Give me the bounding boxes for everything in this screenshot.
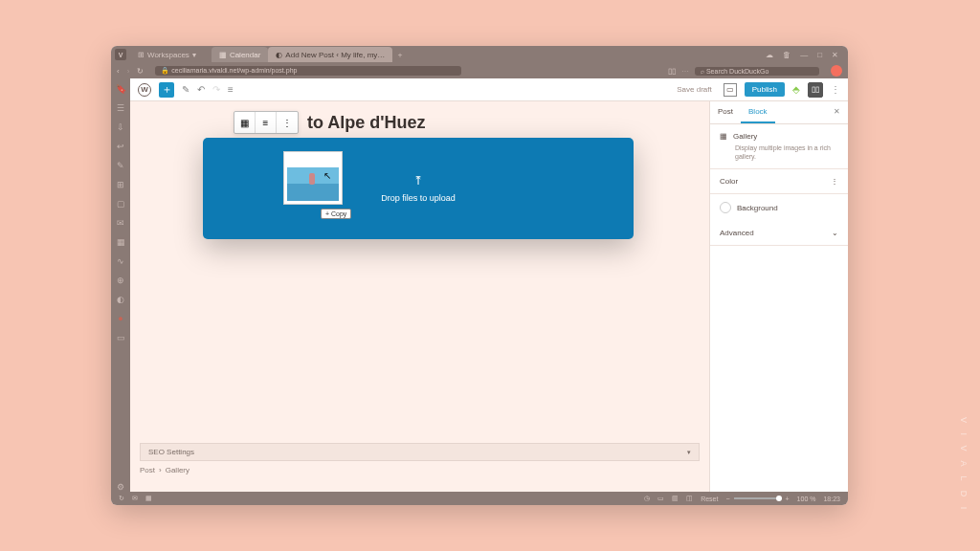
window-icon[interactable]: ▢ — [117, 199, 125, 209]
notes-icon[interactable]: ✎ — [117, 161, 124, 170]
reader-icon[interactable]: ▯▯ — [668, 67, 676, 76]
maximize-button[interactable]: □ — [817, 51, 822, 59]
reading-list-icon[interactable]: ☰ — [117, 103, 124, 113]
zoom-percent: 100 % — [797, 496, 816, 502]
titlebar: V ⊞ Workspaces ▾ ▦ Calendar ◐ Add New Po… — [111, 46, 848, 63]
tab-strip: ▦ Calendar ◐ Add New Post ‹ My life, my…… — [212, 47, 409, 62]
clock-time: 18:23 — [823, 496, 840, 502]
color-background-row[interactable]: Background — [710, 194, 848, 221]
calendar-status-icon[interactable]: ▦ — [145, 495, 152, 502]
publish-button[interactable]: Publish — [745, 82, 785, 97]
save-draft-button[interactable]: Save draft — [677, 85, 711, 94]
browser-window: V ⊞ Workspaces ▾ ▦ Calendar ◐ Add New Po… — [111, 46, 848, 505]
trash-icon[interactable]: 🗑 — [783, 51, 791, 59]
advanced-panel-header[interactable]: Advanced ⌄ — [710, 221, 848, 246]
address-bar: ‹ › ↻ 🔒 ceciliamaria.vivaldi.net/wp-admi… — [111, 63, 848, 78]
mail-status-icon[interactable]: ✉ — [132, 495, 138, 502]
sync-icon[interactable]: ↻ — [119, 495, 124, 502]
options-button[interactable]: ⋮ — [831, 84, 840, 95]
bookmarks-icon[interactable]: 🔖 — [116, 84, 126, 94]
seo-settings-bar[interactable]: SEO Settings ▾ — [140, 443, 700, 461]
tab-block[interactable]: Block — [741, 101, 775, 123]
color-swatch — [720, 202, 731, 213]
block-type-icon[interactable]: ▦ — [234, 112, 256, 133]
history-icon[interactable]: ↩ — [117, 142, 124, 151]
undo-button[interactable]: ↶ — [197, 84, 205, 95]
editor-canvas[interactable]: ▦ ≡ ⋮ to Alpe d'Huez ⤒ Drop files to upl… — [130, 101, 709, 492]
search-field[interactable]: ⌕ Search DuckDuckGo — [695, 67, 819, 76]
vivaldi-watermark: V I V A L D I — [959, 417, 969, 513]
workspace-icon: ⊞ — [138, 51, 145, 59]
copy-badge: + Copy — [321, 209, 351, 219]
block-breadcrumb[interactable]: Post › Gallery — [140, 466, 189, 474]
wordpress-icon: ◐ — [276, 51, 282, 59]
workspaces-label: Workspaces — [147, 51, 189, 59]
forward-button[interactable]: › — [127, 67, 130, 76]
drop-label: Drop files to upload — [381, 193, 456, 203]
mail-icon[interactable]: ✉ — [117, 218, 124, 228]
block-options-button[interactable]: ⋮ — [277, 112, 298, 133]
chat-icon[interactable]: ● — [118, 314, 122, 323]
translate-icon[interactable]: ⊞ — [117, 180, 124, 189]
profile-avatar[interactable] — [831, 65, 842, 77]
vivaldi-logo-icon[interactable]: V — [115, 49, 126, 60]
block-description: Display multiple images in a rich galler… — [735, 143, 838, 161]
workspaces-button[interactable]: ⊞ Workspaces ▾ — [132, 49, 202, 61]
calendar-icon: ▦ — [219, 51, 227, 59]
tasks-icon[interactable]: ⊕ — [117, 276, 124, 285]
block-name-label: Gallery — [733, 132, 757, 141]
align-button[interactable]: ≡ — [256, 112, 277, 133]
reset-zoom-button[interactable]: Reset — [701, 496, 718, 502]
feeds-icon[interactable]: ∿ — [117, 256, 124, 266]
zoom-control[interactable]: − + — [725, 496, 789, 502]
url-field[interactable]: 🔒 ceciliamaria.vivaldi.net/wp-admin/post… — [155, 66, 461, 76]
minimize-button[interactable]: — — [800, 51, 808, 59]
close-sidebar-button[interactable]: ✕ — [826, 101, 848, 123]
gallery-dropzone[interactable]: ⤒ Drop files to upload — [203, 138, 634, 239]
screenshot-icon[interactable]: ▭ — [657, 495, 664, 502]
cloud-icon[interactable]: ☁ — [766, 51, 773, 59]
panel-bar: 🔖 ☰ ⇩ ↩ ✎ ⊞ ▢ ✉ ▦ ∿ ⊕ ◐ ● ▭ ⚙ — [111, 78, 130, 492]
calendar-panel-icon[interactable]: ▦ — [117, 237, 125, 247]
tab-wordpress[interactable]: ◐ Add New Post ‹ My life, my… — [268, 47, 392, 62]
wp-toolbar: W ＋ ✎ ↶ ↷ ≡ Save draft ▭ Publish ⬘ ▯▯ ⋮ — [130, 78, 848, 101]
window-controls: ☁ 🗑 — □ ✕ — [766, 51, 844, 59]
gallery-icon: ▦ — [720, 132, 727, 141]
toggle-images-icon[interactable]: ◫ — [686, 495, 693, 502]
downloads-icon[interactable]: ⇩ — [117, 122, 124, 132]
tab-post[interactable]: Post — [710, 101, 741, 123]
reload-button[interactable]: ↻ — [137, 67, 144, 76]
qr-icon[interactable]: ⋯ — [681, 67, 689, 76]
outline-button[interactable]: ≡ — [228, 84, 234, 95]
dragged-image-thumbnail[interactable] — [283, 151, 343, 205]
clock-icon[interactable]: ◷ — [644, 495, 650, 502]
color-panel-label: Color — [720, 177, 738, 186]
settings-icon[interactable]: ⚙ — [117, 482, 124, 492]
back-button[interactable]: ‹ — [117, 67, 120, 76]
chevron-down-icon: ⌄ — [832, 229, 838, 237]
post-title-partial: to Alpe d'Huez — [307, 113, 426, 133]
edit-icon[interactable]: ✎ — [182, 84, 189, 95]
redo-button[interactable]: ↷ — [212, 84, 220, 95]
contacts-icon[interactable]: ◐ — [117, 295, 124, 304]
add-block-button[interactable]: ＋ — [159, 82, 174, 98]
zoom-out-button[interactable]: − — [725, 496, 729, 502]
color-more-icon[interactable]: ⋮ — [831, 177, 838, 186]
upload-icon: ⤒ — [413, 174, 423, 187]
chevron-down-icon: ▾ — [192, 51, 196, 59]
tab-calendar[interactable]: ▦ Calendar — [212, 47, 268, 62]
lock-icon: 🔒 — [161, 67, 169, 74]
close-button[interactable]: ✕ — [832, 51, 838, 59]
settings-toggle-button[interactable]: ▯▯ — [808, 82, 823, 98]
wordpress-logo-icon[interactable]: W — [138, 83, 151, 97]
sessions-icon[interactable]: ▭ — [117, 333, 125, 342]
status-bar: ↻ ✉ ▦ ◷ ▭ ▥ ◫ Reset − + 100 % 18:23 — [111, 492, 848, 505]
preview-button[interactable]: ▭ — [724, 83, 737, 97]
zoom-slider[interactable] — [734, 497, 782, 499]
tiling-icon[interactable]: ▥ — [672, 495, 679, 502]
jetpack-icon[interactable]: ⬘ — [792, 84, 800, 95]
block-toolbar: ▦ ≡ ⋮ — [234, 111, 299, 134]
page-content: W ＋ ✎ ↶ ↷ ≡ Save draft ▭ Publish ⬘ ▯▯ ⋮ … — [130, 78, 848, 492]
zoom-in-button[interactable]: + — [786, 496, 790, 502]
new-tab-button[interactable]: ＋ — [392, 47, 408, 62]
